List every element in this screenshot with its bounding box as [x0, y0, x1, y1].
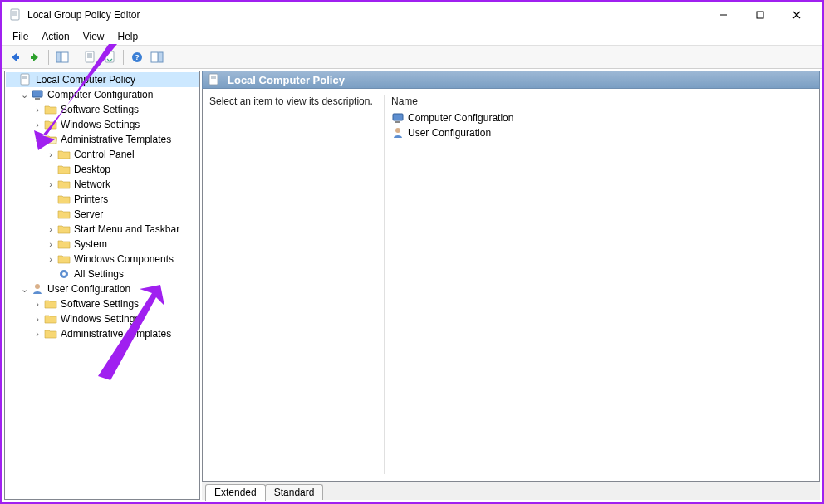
user-icon: [31, 282, 44, 296]
tab-extended[interactable]: Extended: [205, 484, 266, 501]
tree-label: Computer Configuration: [47, 89, 153, 100]
folder-icon: [44, 118, 57, 131]
menu-action[interactable]: Action: [35, 29, 76, 44]
tree-label: Windows Settings: [61, 313, 140, 325]
tree-server[interactable]: Server: [6, 207, 199, 222]
back-button[interactable]: [6, 48, 24, 66]
folder-icon: [57, 148, 71, 161]
settings-icon: [57, 267, 71, 281]
expand-collapse-icon[interactable]: ⌄: [19, 90, 29, 100]
list-label: User Configuration: [408, 127, 491, 139]
twisty-spacer: [46, 209, 56, 219]
expand-collapse-icon[interactable]: ⌄: [19, 284, 29, 294]
folder-open-icon: [44, 133, 57, 146]
tree-system[interactable]: › System: [6, 237, 199, 252]
tree-desktop[interactable]: Desktop: [6, 162, 199, 177]
expand-collapse-icon[interactable]: ›: [32, 329, 42, 339]
svg-rect-30: [393, 114, 403, 120]
tree-uc-software[interactable]: › Software Settings: [6, 296, 199, 311]
expand-collapse-icon[interactable]: ›: [32, 120, 42, 130]
menu-help[interactable]: Help: [111, 29, 145, 44]
svg-rect-23: [35, 98, 40, 100]
show-hide-actionpane-button[interactable]: [148, 48, 166, 66]
svg-rect-19: [21, 74, 29, 85]
svg-point-26: [35, 284, 40, 289]
minimize-button[interactable]: [705, 3, 742, 27]
policy-icon: [208, 73, 221, 86]
tree-label: Desktop: [74, 164, 110, 175]
svg-rect-0: [11, 9, 19, 20]
window-title: Local Group Policy Editor: [27, 9, 705, 21]
tree-label: Windows Settings: [61, 119, 140, 130]
user-icon: [391, 126, 405, 139]
list-item-user-config[interactable]: User Configuration: [391, 125, 812, 140]
forward-button[interactable]: [26, 48, 44, 66]
svg-rect-14: [105, 51, 114, 62]
expand-collapse-icon[interactable]: ›: [46, 224, 56, 234]
list-item-computer-config[interactable]: Computer Configuration: [391, 110, 812, 125]
svg-rect-22: [32, 91, 42, 97]
tree-all-settings[interactable]: All Settings: [6, 267, 199, 281]
properties-button[interactable]: [81, 48, 99, 66]
description-column: Select an item to view its description.: [209, 95, 384, 474]
svg-rect-8: [56, 52, 61, 62]
tree-components[interactable]: › Windows Components: [6, 252, 199, 267]
tree-network[interactable]: › Network: [6, 177, 199, 192]
toolbar-separator: [48, 50, 49, 65]
menu-file[interactable]: File: [6, 29, 35, 44]
svg-rect-9: [61, 52, 68, 62]
policy-icon: [19, 73, 32, 86]
folder-icon: [57, 163, 71, 176]
titlebar: Local Group Policy Editor: [2, 2, 822, 27]
tree-root[interactable]: Local Computer Policy: [6, 72, 199, 87]
tree-cc-admin[interactable]: ⌄ Administrative Templates: [6, 132, 199, 147]
close-button[interactable]: [778, 3, 815, 27]
tree-label: Local Computer Policy: [36, 74, 135, 86]
expand-collapse-icon[interactable]: ⌄: [32, 135, 42, 144]
tab-standard[interactable]: Standard: [265, 484, 324, 500]
tree-printers[interactable]: Printers: [6, 192, 199, 207]
tree-cc-software[interactable]: › Software Settings: [6, 102, 199, 117]
tree-label: System: [74, 238, 107, 250]
tree-control-panel[interactable]: › Control Panel: [6, 147, 199, 162]
tree-pane[interactable]: Local Computer Policy ⌄ Computer Configu…: [4, 71, 200, 500]
detail-title: Local Computer Policy: [228, 74, 345, 86]
expand-collapse-icon[interactable]: ›: [46, 179, 56, 189]
expand-collapse-icon[interactable]: ›: [32, 314, 42, 324]
twisty-icon: [7, 75, 17, 85]
menubar: File Action View Help: [2, 27, 822, 46]
maximize-button[interactable]: [742, 3, 778, 27]
tree-label: Start Menu and Taskbar: [74, 223, 179, 235]
svg-text:?: ?: [135, 53, 140, 61]
folder-icon: [57, 208, 71, 221]
folder-icon: [44, 327, 57, 340]
folder-icon: [44, 297, 57, 311]
expand-collapse-icon[interactable]: ›: [46, 149, 56, 159]
expand-collapse-icon[interactable]: ›: [32, 299, 42, 309]
expand-collapse-icon[interactable]: ›: [46, 239, 56, 249]
tree-startmenu[interactable]: › Start Menu and Taskbar: [6, 222, 199, 237]
expand-collapse-icon[interactable]: ›: [46, 254, 56, 264]
window-controls: [705, 3, 815, 27]
toolbar-separator: [123, 50, 124, 65]
export-button[interactable]: [101, 48, 119, 66]
tree-uc-admin[interactable]: › Administrative Templates: [6, 326, 199, 341]
tree-label: Software Settings: [61, 298, 139, 310]
help-button[interactable]: ?: [128, 48, 146, 66]
expand-collapse-icon[interactable]: ›: [32, 105, 42, 115]
show-hide-tree-button[interactable]: [53, 48, 71, 66]
column-header-name[interactable]: Name: [391, 95, 812, 110]
menu-view[interactable]: View: [76, 29, 111, 44]
tree-computer-config[interactable]: ⌄ Computer Configuration: [6, 87, 199, 102]
tree-label: Network: [74, 179, 110, 190]
tabstrip: Extended Standard: [202, 482, 820, 500]
tree-cc-windows[interactable]: › Windows Settings: [6, 117, 199, 132]
tree-user-config[interactable]: ⌄ User Configuration: [6, 281, 199, 296]
toolbar-separator: [76, 50, 76, 65]
tree-label: All Settings: [74, 268, 124, 280]
toolbar: ?: [2, 46, 822, 69]
gpedit-window: Local Group Policy Editor File Action Vi…: [0, 0, 824, 504]
folder-icon: [57, 252, 71, 266]
tree-uc-windows[interactable]: › Windows Settings: [6, 311, 199, 326]
tree-label: Control Panel: [74, 149, 135, 160]
